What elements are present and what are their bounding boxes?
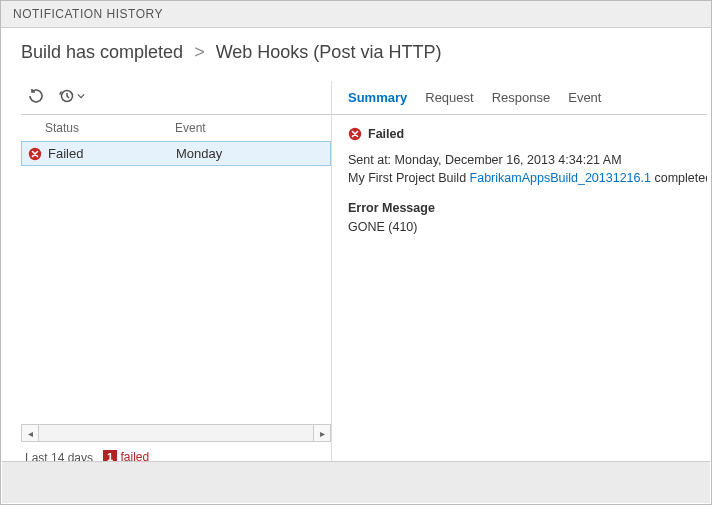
detail-body: Failed Sent at: Monday, December 16, 201… <box>332 115 707 246</box>
build-link[interactable]: FabrikamAppsBuild_20131216.1 <box>470 171 651 185</box>
scroll-right-button[interactable]: ▸ <box>313 424 331 442</box>
history-dropdown[interactable] <box>59 88 85 104</box>
error-icon <box>348 127 362 141</box>
chevron-down-icon <box>77 93 85 99</box>
tab-request[interactable]: Request <box>425 90 473 105</box>
sent-at-value: Monday, December 16, 2013 4:34:21 AM <box>395 153 622 167</box>
window-bottom-bar <box>2 461 710 503</box>
panel-header: NOTIFICATION HISTORY <box>1 1 711 28</box>
scroll-track[interactable] <box>39 424 313 442</box>
breadcrumb-part1[interactable]: Build has completed <box>21 42 183 62</box>
breadcrumb-sep: > <box>194 42 205 62</box>
grid-body: Failed Monday <box>21 141 331 420</box>
history-list-pane: Status Event Failed Monday ◂ ▸ Last 14 d… <box>1 81 331 471</box>
sent-at-label: Sent at: <box>348 153 391 167</box>
detail-status: Failed <box>368 125 404 143</box>
panel-title: NOTIFICATION HISTORY <box>13 7 163 21</box>
list-toolbar <box>21 81 331 115</box>
col-header-status[interactable]: Status <box>21 121 171 135</box>
detail-line2-suffix: completed (Status: Successfully Complete… <box>654 171 707 185</box>
error-body: GONE (410) <box>348 218 691 236</box>
error-icon <box>28 147 42 161</box>
row-event: Monday <box>172 146 330 161</box>
row-status: Failed <box>48 146 83 161</box>
detail-tabs: Summary Request Response Event <box>332 81 707 115</box>
tab-response[interactable]: Response <box>492 90 551 105</box>
tab-event[interactable]: Event <box>568 90 601 105</box>
table-row[interactable]: Failed Monday <box>21 141 331 166</box>
refresh-icon[interactable] <box>27 87 45 105</box>
scroll-left-button[interactable]: ◂ <box>21 424 39 442</box>
col-header-event[interactable]: Event <box>171 121 331 135</box>
detail-line2-prefix: My First Project Build <box>348 171 466 185</box>
grid-header: Status Event <box>21 115 331 141</box>
breadcrumb: Build has completed > Web Hooks (Post vi… <box>1 28 711 81</box>
detail-pane: Summary Request Response Event Failed Se… <box>331 81 707 471</box>
breadcrumb-part2: Web Hooks (Post via HTTP) <box>216 42 442 62</box>
tab-summary[interactable]: Summary <box>348 90 407 105</box>
horizontal-scrollbar[interactable]: ◂ ▸ <box>21 424 331 442</box>
error-heading: Error Message <box>348 199 691 217</box>
